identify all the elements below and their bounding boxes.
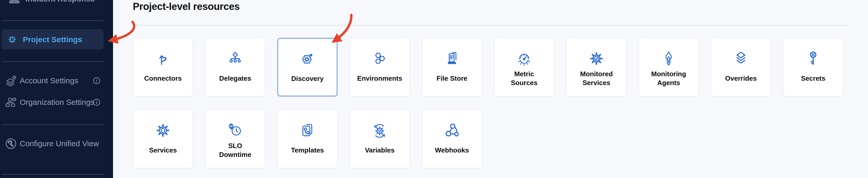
page-title: Project-level resources — [133, 1, 240, 12]
account-layers-gear-icon — [5, 75, 17, 86]
resource-card-services[interactable]: Services — [133, 110, 193, 168]
gear-icon — [7, 35, 17, 44]
resource-card-discovery[interactable]: Discovery — [278, 38, 337, 96]
card-label: Discovery — [278, 69, 337, 88]
card-label: Templates — [278, 141, 337, 160]
sidebar-item-configure-unified-view[interactable]: Configure Unified View — [0, 135, 113, 152]
divider — [133, 25, 849, 26]
info-icon[interactable] — [93, 77, 100, 84]
file-store-icon — [422, 48, 482, 69]
connectors-icon — [133, 48, 193, 69]
environments-icon — [350, 48, 409, 69]
sidebar-item-account-settings[interactable]: Account Settings — [0, 72, 113, 89]
sidebar: Incident Response Project Settings — [0, 0, 113, 178]
resource-card-delegates[interactable]: Delegates — [205, 38, 265, 96]
card-label: Monitored Services — [567, 69, 626, 88]
organization-chart-gear-icon — [5, 96, 17, 108]
card-label: Variables — [350, 141, 409, 160]
resource-card-secrets[interactable]: Secrets — [783, 38, 843, 96]
services-icon — [133, 120, 193, 141]
variables-icon — [350, 120, 409, 141]
resource-card-variables[interactable]: Variables — [350, 110, 410, 168]
card-label: Services — [133, 141, 193, 160]
divider — [1, 20, 104, 21]
resource-card-overrides[interactable]: Overrides — [711, 38, 771, 96]
card-label: Webhooks — [422, 141, 482, 160]
resource-card-file-store[interactable]: File Store — [422, 38, 482, 96]
sidebar-item-project-settings[interactable]: Project Settings — [2, 29, 104, 50]
resource-card-webhooks[interactable]: Webhooks — [422, 110, 482, 168]
sidebar-item-label: Configure Unified View — [20, 139, 99, 148]
wrench-circle-icon — [5, 138, 17, 149]
sidebar-item-label: Account Settings — [20, 76, 78, 85]
card-label: Connectors — [133, 69, 193, 88]
card-label: Delegates — [206, 69, 265, 88]
webhooks-icon — [422, 120, 482, 141]
card-label: Metric Sources — [495, 69, 554, 88]
resource-card-connectors[interactable]: Connectors — [133, 38, 193, 96]
main-content: Project-level resources Connectors — [113, 0, 868, 178]
sidebar-item-label: Incident Response — [26, 0, 95, 4]
divider — [1, 61, 104, 62]
sidebar-item-organization-settings[interactable]: Organization Settings — [0, 94, 113, 111]
info-icon[interactable] — [93, 99, 100, 106]
resources-grid: Connectors Delegates — [133, 38, 843, 168]
monitored-services-icon — [567, 48, 626, 69]
monitoring-agents-icon — [639, 48, 698, 69]
divider — [1, 124, 104, 125]
incident-response-icon — [7, 0, 22, 4]
resource-card-slo-downtime[interactable]: SLO Downtime — [205, 110, 265, 168]
resource-card-monitoring-agents[interactable]: Monitoring Agents — [639, 38, 699, 96]
discovery-icon — [278, 49, 337, 69]
resource-card-environments[interactable]: Environments — [350, 38, 410, 96]
card-label: Monitoring Agents — [639, 69, 698, 88]
card-label: SLO Downtime — [206, 141, 265, 160]
slo-downtime-icon — [206, 120, 265, 141]
card-label: Secrets — [783, 69, 843, 88]
sidebar-item-label: Organization Settings — [20, 98, 94, 107]
templates-icon — [278, 120, 337, 141]
resource-card-metric-sources[interactable]: Metric Sources — [494, 38, 554, 96]
secrets-icon — [783, 48, 843, 69]
delegates-icon — [206, 48, 265, 69]
sidebar-item-label: Project Settings — [23, 35, 82, 44]
divider — [1, 174, 104, 175]
resource-card-monitored-services[interactable]: Monitored Services — [566, 38, 626, 96]
chevron-right-icon — [91, 0, 98, 2]
card-label: Environments — [350, 69, 409, 88]
card-label: File Store — [422, 69, 482, 88]
card-label: Overrides — [711, 69, 771, 88]
metric-sources-icon — [495, 48, 554, 69]
resource-card-templates[interactable]: Templates — [278, 110, 337, 168]
overrides-icon — [711, 48, 771, 69]
